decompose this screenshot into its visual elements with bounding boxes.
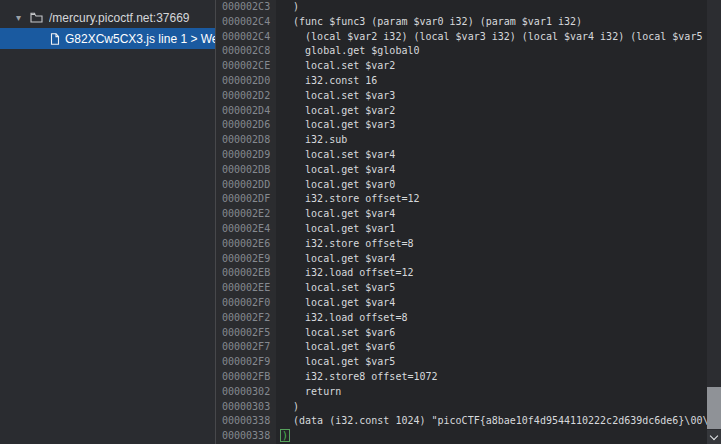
disasm-line: 000002EE local.set $var5 bbox=[216, 281, 721, 296]
byte-offset[interactable]: 000002D8 bbox=[216, 133, 276, 148]
byte-offset[interactable]: 00000302 bbox=[216, 385, 276, 400]
byte-offset[interactable]: 000002C4 bbox=[216, 30, 276, 45]
code-cell: i32.store8 offset=1072 bbox=[276, 370, 721, 385]
disasm-line: 00000303 ) bbox=[216, 400, 721, 415]
code-cell: ) bbox=[276, 400, 721, 415]
disasm-line: 000002F7 local.get $var6 bbox=[216, 340, 721, 355]
instruction-text: local.set $var5 bbox=[281, 282, 395, 293]
code-lines: 000002C3 )000002C4 (func $func3 (param $… bbox=[216, 0, 721, 444]
byte-offset[interactable]: 000002EB bbox=[216, 266, 276, 281]
code-cell: i32.load offset=12 bbox=[276, 266, 721, 281]
byte-offset[interactable]: 000002EE bbox=[216, 281, 276, 296]
code-cell: local.get $var4 bbox=[276, 163, 721, 178]
byte-offset[interactable]: 000002F2 bbox=[216, 311, 276, 326]
byte-offset[interactable]: 000002DB bbox=[216, 163, 276, 178]
disasm-line: 000002F0 local.get $var4 bbox=[216, 296, 721, 311]
byte-offset[interactable]: 000002CE bbox=[216, 59, 276, 74]
instruction-text: (local $var2 i32) (local $var3 i32) (loc… bbox=[281, 31, 714, 42]
byte-offset[interactable]: 00000338 bbox=[216, 414, 276, 429]
instruction-text: (data (i32.const 1024) "picoCTF{a8bae10f… bbox=[281, 415, 714, 426]
matched-bracket: ) bbox=[281, 430, 289, 441]
byte-offset[interactable]: 000002FB bbox=[216, 370, 276, 385]
tree-item-script[interactable]: G82XCw5CX3.js line 1 > Web bbox=[0, 28, 215, 49]
instruction-text: local.set $var2 bbox=[281, 60, 395, 71]
disclosure-triangle-icon[interactable]: ▾ bbox=[16, 13, 30, 23]
byte-offset[interactable]: 000002D2 bbox=[216, 89, 276, 104]
tree-item-origin[interactable]: ▾ /mercury.picoctf.net:37669 bbox=[0, 7, 215, 28]
devtools-sources-panel: ▾ /mercury.picoctf.net:37669 G82XCw5CX3.… bbox=[0, 0, 721, 444]
code-cell: local.get $var4 bbox=[276, 207, 721, 222]
disasm-line: 000002DB local.get $var4 bbox=[216, 163, 721, 178]
disasm-line: 000002C8 global.get $global0 bbox=[216, 44, 721, 59]
byte-offset[interactable]: 000002E2 bbox=[216, 207, 276, 222]
byte-offset[interactable]: 000002E6 bbox=[216, 237, 276, 252]
byte-offset[interactable]: 00000303 bbox=[216, 400, 276, 415]
disasm-line: 000002C3 ) bbox=[216, 0, 721, 15]
code-cell: ) bbox=[276, 429, 721, 444]
code-cell: i32.store offset=12 bbox=[276, 192, 721, 207]
code-cell: local.set $var4 bbox=[276, 148, 721, 163]
disasm-line: 000002CE local.set $var2 bbox=[216, 59, 721, 74]
disasm-line: 000002E9 local.get $var4 bbox=[216, 252, 721, 267]
byte-offset[interactable]: 000002E9 bbox=[216, 252, 276, 267]
code-cell: local.get $var1 bbox=[276, 222, 721, 237]
disasm-line: 000002C4 (local $var2 i32) (local $var3 … bbox=[216, 30, 721, 45]
byte-offset[interactable]: 000002D4 bbox=[216, 104, 276, 119]
code-cell: i32.load offset=8 bbox=[276, 311, 721, 326]
scrollbar-thumb[interactable] bbox=[707, 387, 721, 429]
byte-offset[interactable]: 000002E4 bbox=[216, 222, 276, 237]
instruction-text: local.get $var4 bbox=[281, 164, 395, 175]
byte-offset[interactable]: 000002D6 bbox=[216, 118, 276, 133]
disasm-line: 000002EB i32.load offset=12 bbox=[216, 266, 721, 281]
vertical-scrollbar[interactable] bbox=[707, 0, 721, 444]
disasm-line: 000002F9 local.get $var5 bbox=[216, 355, 721, 370]
instruction-text: local.get $var4 bbox=[281, 253, 395, 264]
instruction-text: i32.store offset=12 bbox=[281, 193, 419, 204]
instruction-text: local.get $var1 bbox=[281, 223, 395, 234]
byte-offset[interactable]: 000002DF bbox=[216, 192, 276, 207]
byte-offset[interactable]: 000002DD bbox=[216, 178, 276, 193]
origin-label: /mercury.picoctf.net:37669 bbox=[49, 11, 190, 25]
code-cell: i32.store offset=8 bbox=[276, 237, 721, 252]
code-cell: local.set $var2 bbox=[276, 59, 721, 74]
byte-offset[interactable]: 000002C8 bbox=[216, 44, 276, 59]
code-cell: ) bbox=[276, 0, 721, 15]
disasm-line: 000002D0 i32.const 16 bbox=[216, 74, 721, 89]
chevron-down-icon bbox=[710, 431, 718, 439]
byte-offset[interactable]: 000002F5 bbox=[216, 326, 276, 341]
disasm-line: 000002D9 local.set $var4 bbox=[216, 148, 721, 163]
disasm-line: 000002FB i32.store8 offset=1072 bbox=[216, 370, 721, 385]
instruction-text: local.set $var3 bbox=[281, 90, 395, 101]
disasm-line: 000002E2 local.get $var4 bbox=[216, 207, 721, 222]
byte-offset[interactable]: 000002F9 bbox=[216, 355, 276, 370]
disasm-line: 000002C4 (func $func3 (param $var0 i32) … bbox=[216, 15, 721, 30]
instruction-text: i32.load offset=12 bbox=[281, 267, 413, 278]
code-cell: return bbox=[276, 385, 721, 400]
code-cell: local.get $var4 bbox=[276, 252, 721, 267]
byte-offset[interactable]: 000002D9 bbox=[216, 148, 276, 163]
code-cell: local.get $var5 bbox=[276, 355, 721, 370]
code-cell: (data (i32.const 1024) "picoCTF{a8bae10f… bbox=[276, 414, 721, 429]
instruction-text: i32.load offset=8 bbox=[281, 312, 407, 323]
byte-offset[interactable]: 000002F0 bbox=[216, 296, 276, 311]
byte-offset[interactable]: 000002F7 bbox=[216, 340, 276, 355]
code-cell: (local $var2 i32) (local $var3 i32) (loc… bbox=[276, 30, 721, 45]
code-cell: local.get $var4 bbox=[276, 296, 721, 311]
disasm-line: 00000302 return bbox=[216, 385, 721, 400]
scroll-down-button[interactable] bbox=[707, 430, 721, 444]
disasm-line: 00000338 (data (i32.const 1024) "picoCTF… bbox=[216, 414, 721, 429]
script-label: G82XCw5CX3.js line 1 > Web bbox=[65, 32, 215, 46]
instruction-text: (func $func3 (param $var0 i32) (param $v… bbox=[281, 16, 582, 27]
instruction-text: i32.sub bbox=[281, 134, 347, 145]
code-cell: local.set $var6 bbox=[276, 326, 721, 341]
instruction-text: i32.store8 offset=1072 bbox=[281, 371, 438, 382]
instruction-text: local.get $var3 bbox=[281, 119, 395, 130]
disasm-line: 00000338) bbox=[216, 429, 721, 444]
disasm-line: 000002E6 i32.store offset=8 bbox=[216, 237, 721, 252]
code-cell: i32.sub bbox=[276, 133, 721, 148]
byte-offset[interactable]: 00000338 bbox=[216, 429, 276, 444]
byte-offset[interactable]: 000002C3 bbox=[216, 0, 276, 15]
byte-offset[interactable]: 000002C4 bbox=[216, 15, 276, 30]
byte-offset[interactable]: 000002D0 bbox=[216, 74, 276, 89]
wasm-disassembly-view[interactable]: 000002C3 )000002C4 (func $func3 (param $… bbox=[216, 0, 721, 444]
